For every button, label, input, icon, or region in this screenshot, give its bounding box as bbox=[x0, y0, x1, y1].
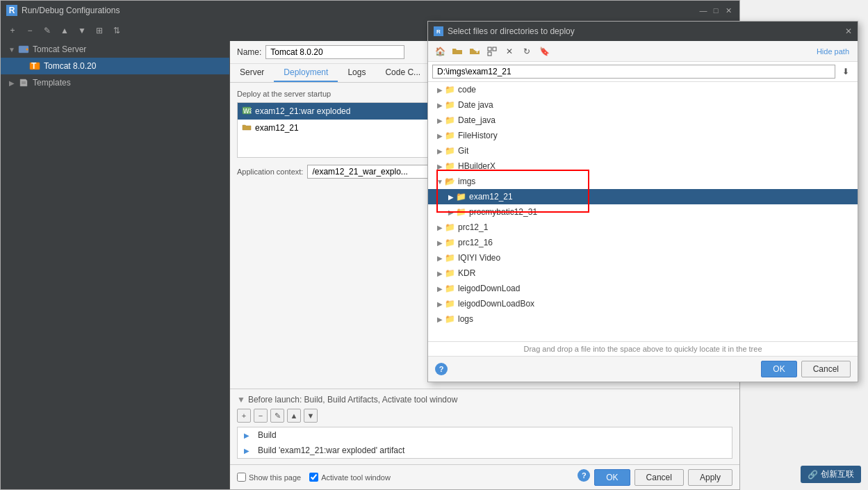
tab-deployment[interactable]: Deployment bbox=[274, 64, 338, 82]
before-launch-section: ▼ Before launch: Build, Build Artifacts,… bbox=[230, 389, 739, 464]
fd-tree-item-logs[interactable]: ▶ 📁 logs bbox=[428, 311, 858, 327]
fd-new-folder-button[interactable]: + bbox=[467, 44, 482, 59]
fd-ok-button[interactable]: OK bbox=[761, 361, 796, 377]
fd-item-label-exam12-21: exam12_21 bbox=[469, 192, 513, 202]
fd-tree-item-leigodbox[interactable]: ▶ 📁 leigodDownLoadBox bbox=[428, 296, 858, 311]
fd-arrow-prc12-16: ▶ bbox=[435, 239, 445, 247]
show-page-checkbox[interactable] bbox=[237, 473, 246, 482]
ok-button[interactable]: OK bbox=[594, 469, 630, 486]
file-dialog: R Select files or directories to deploy … bbox=[427, 21, 858, 382]
build-artifact-icon: ▶ bbox=[242, 447, 252, 455]
fd-toolbar: 🏠 + ✕ ↻ 🔖 bbox=[428, 41, 858, 62]
fd-tree-item-code[interactable]: ▶ 📁 code bbox=[428, 82, 858, 97]
tree-item-tomcat-server[interactable]: ▼ Tomcat Server bbox=[1, 41, 229, 58]
remove-button[interactable]: − bbox=[22, 23, 38, 38]
bl-remove-btn[interactable]: − bbox=[254, 409, 268, 423]
fd-tree-item-procmy[interactable]: ▶ 📁 procmybatic12_31 bbox=[428, 204, 858, 220]
help-icon[interactable]: ? bbox=[578, 469, 590, 482]
hide-path-button[interactable]: Hide path bbox=[812, 46, 853, 57]
fd-folder-icon-procmy: 📁 bbox=[456, 207, 466, 217]
tree-item-templates[interactable]: ▶ Templates bbox=[1, 74, 229, 91]
bl-up-btn[interactable]: ▲ bbox=[287, 409, 301, 423]
fd-cancel-button[interactable]: Cancel bbox=[801, 361, 851, 377]
activate-tool-window-checkbox[interactable] bbox=[309, 473, 318, 482]
fd-item-label-leigodbox: leigodDownLoadBox bbox=[458, 299, 534, 309]
fd-folder-icon-git: 📁 bbox=[445, 146, 455, 156]
fd-download-button[interactable]: ⬇ bbox=[838, 64, 853, 79]
before-launch-label: Before launch: Build, Build Artifacts, A… bbox=[248, 395, 458, 405]
fd-folder-icon-prc12-1: 📁 bbox=[445, 222, 455, 232]
tree-item-tomcat-version[interactable]: T Tomcat 8.0.20 bbox=[1, 58, 229, 74]
fd-tree-item-filehistory[interactable]: ▶ 📁 FileHistory bbox=[428, 128, 858, 143]
tab-server[interactable]: Server bbox=[230, 64, 274, 82]
app-context-label: Application context: bbox=[237, 168, 303, 176]
svg-rect-10 bbox=[493, 47, 496, 51]
minimize-button[interactable]: — bbox=[698, 5, 709, 16]
down-button[interactable]: ▼ bbox=[74, 23, 90, 38]
deploy-item-label-1: exam12_21:war exploded bbox=[255, 106, 350, 116]
tree-item-label-version: Tomcat 8.0.20 bbox=[44, 61, 96, 71]
fd-help-icon[interactable]: ? bbox=[435, 363, 448, 375]
fd-folder-icon-prc12-16: 📁 bbox=[445, 238, 455, 247]
fd-arrow-code: ▶ bbox=[435, 86, 445, 94]
fd-item-label-date-java2: Date_java bbox=[458, 115, 496, 125]
fd-home-button[interactable]: 🏠 bbox=[432, 44, 448, 59]
bottom-bar: Show this page Activate tool window ? OK… bbox=[230, 464, 739, 489]
fd-tree-item-iqiyi[interactable]: ▶ 📁 IQIYI Video bbox=[428, 250, 858, 266]
close-button[interactable]: ✕ bbox=[723, 5, 734, 16]
cancel-button[interactable]: Cancel bbox=[634, 469, 684, 486]
fd-arrow-hbuilder: ▶ bbox=[435, 163, 445, 170]
fd-item-label-code: code bbox=[458, 85, 476, 95]
maximize-button[interactable]: □ bbox=[710, 5, 721, 16]
bl-add-btn[interactable]: + bbox=[237, 409, 251, 423]
checkbox-row: Show this page Activate tool window bbox=[237, 473, 573, 482]
left-panel: ▼ Tomcat Server T Tomca bbox=[1, 41, 230, 489]
fd-item-label-prc12-16: prc12_16 bbox=[458, 238, 493, 247]
fd-bookmark-button[interactable]: 🔖 bbox=[537, 44, 552, 59]
fd-refresh-button[interactable]: ↻ bbox=[519, 44, 534, 59]
name-input[interactable] bbox=[265, 45, 404, 59]
fd-arrow-imgs: ▼ bbox=[435, 178, 445, 186]
fd-tree-item-exam12-21[interactable]: ▶ 📁 exam12_21 bbox=[428, 189, 858, 204]
fd-tree-item-leigod[interactable]: ▶ 📁 leigodDownLoad bbox=[428, 281, 858, 296]
fd-folder-icon-exam12-21: 📁 bbox=[456, 192, 466, 202]
apply-button[interactable]: Apply bbox=[688, 469, 732, 486]
tab-logs[interactable]: Logs bbox=[338, 64, 375, 82]
fd-tree-item-imgs[interactable]: ▼ 📂 imgs bbox=[428, 174, 858, 189]
tab-code-coverage[interactable]: Code C... bbox=[375, 64, 430, 82]
fd-drag-hint: Drag and drop a file into the space abov… bbox=[428, 341, 858, 356]
tree-item-label-templates: Templates bbox=[33, 78, 71, 88]
fd-delete-button[interactable]: ✕ bbox=[502, 44, 517, 59]
sort-button[interactable]: ⇅ bbox=[109, 23, 124, 38]
expand-arrow: ▼ bbox=[6, 46, 17, 54]
fd-folder-button[interactable] bbox=[450, 44, 465, 59]
fd-tree-item-git[interactable]: ▶ 📁 Git bbox=[428, 143, 858, 158]
fd-tree-item-date-java[interactable]: ▶ 📁 Date java bbox=[428, 97, 858, 113]
fd-path-row: ⬇ bbox=[428, 62, 858, 82]
fd-folder-icon-date-java2: 📁 bbox=[445, 115, 455, 125]
fd-tree-item-kdr[interactable]: ▶ 📁 KDR bbox=[428, 266, 858, 281]
fd-tree-item-date-java2[interactable]: ▶ 📁 Date_java bbox=[428, 113, 858, 128]
fd-help-icon-container: ? bbox=[435, 363, 448, 375]
add-button[interactable]: + bbox=[5, 23, 20, 38]
bl-item-build-artifact[interactable]: ▶ Build 'exam12_21:war exploded' artifac… bbox=[238, 443, 732, 458]
fd-arrow-leigod: ▶ bbox=[435, 285, 445, 293]
bl-arrow: ▼ bbox=[237, 395, 245, 405]
bl-down-btn[interactable]: ▼ bbox=[304, 409, 318, 423]
bl-item-build[interactable]: ▶ Build bbox=[238, 427, 732, 443]
fd-item-label-leigod: leigodDownLoad bbox=[458, 284, 520, 293]
edit-button[interactable]: ✎ bbox=[40, 23, 55, 38]
before-launch-toolbar: + − ✎ ▲ ▼ bbox=[237, 409, 732, 423]
fd-path-input[interactable] bbox=[432, 65, 835, 79]
fd-item-label-prc12-1: prc12_1 bbox=[458, 222, 488, 232]
up-button[interactable]: ▲ bbox=[57, 23, 72, 38]
fd-tree-item-prc12-16[interactable]: ▶ 📁 prc12_16 bbox=[428, 235, 858, 250]
fd-item-label-kdr: KDR bbox=[458, 268, 475, 278]
bottom-buttons: ? OK Cancel Apply bbox=[578, 469, 732, 486]
fd-tree-item-hbuilder[interactable]: ▶ 📁 HBuilderX bbox=[428, 158, 858, 174]
fd-expand-button[interactable] bbox=[484, 44, 500, 59]
copy-button[interactable]: ⊞ bbox=[92, 23, 107, 38]
bl-edit-btn[interactable]: ✎ bbox=[270, 409, 284, 423]
fd-tree-item-prc12-1[interactable]: ▶ 📁 prc12_1 bbox=[428, 220, 858, 235]
fd-close-button[interactable]: ✕ bbox=[845, 26, 852, 36]
